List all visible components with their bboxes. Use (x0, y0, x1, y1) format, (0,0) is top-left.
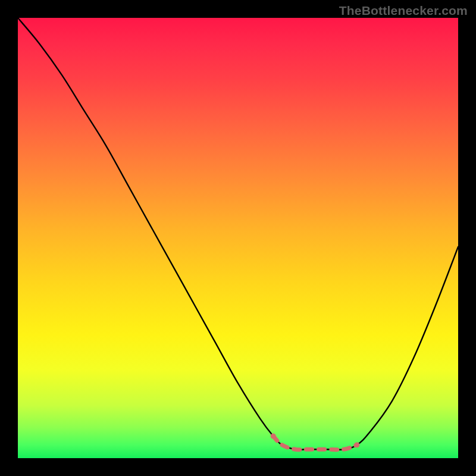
highlight-end-dot (354, 442, 359, 447)
minimum-highlight (273, 436, 357, 450)
bottleneck-curve (18, 18, 458, 450)
highlight-start-dot (271, 434, 276, 439)
bottleneck-curve-svg (18, 18, 458, 458)
watermark-text: TheBottleneсker.com (339, 4, 468, 18)
plot-area (18, 18, 458, 458)
chart-frame: TheBottleneсker.com (0, 0, 476, 476)
